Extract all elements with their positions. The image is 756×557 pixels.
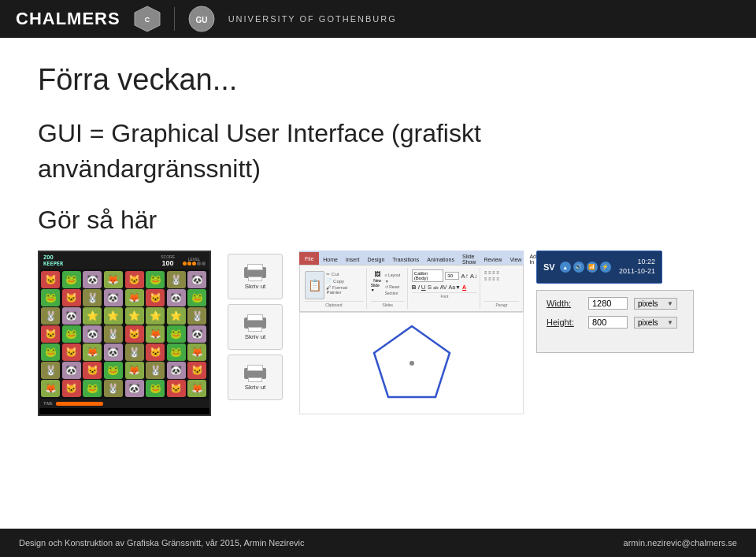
footer-right-text: armin.nezirevic@chalmers.se (624, 538, 737, 548)
char-spacing-button[interactable]: AV (440, 284, 447, 290)
resolution-dialog: Width: pixels ▼ Height: pixels ▼ (536, 290, 694, 353)
width-input[interactable] (588, 297, 628, 310)
chalmers-shield-icon: C (133, 5, 161, 33)
ribbon-paragraph-group: ≡ ≡ ≡ ≡ ≡ ≡ ≡ ≡ Paragr (482, 268, 521, 309)
print-label-3: Skriv ut (245, 384, 266, 391)
language-indicator: SV (543, 262, 555, 272)
layout-button[interactable]: ≡ Layout ▼ (385, 273, 405, 284)
text-shadow-button[interactable]: ab (433, 285, 439, 290)
height-label: Height: (547, 317, 582, 327)
slide-line1: GUI = Graphical User Interface (grafiskt (38, 119, 718, 148)
new-slide-button[interactable]: 🖼 New Slide ▼ (371, 271, 384, 292)
taskbar-icons: ▲ 🔊 📶 ⚡ (560, 262, 611, 273)
width-label: Width: (547, 299, 582, 308)
taskbar-icon-1: ▲ (560, 262, 571, 273)
ribbon-slides-group: 🖼 New Slide ▼ ≡ Layout ▼ ↺ Reset Section… (369, 268, 408, 309)
svg-point-5 (410, 361, 414, 366)
ribbon-tab-design[interactable]: Design (363, 254, 388, 265)
copy-button[interactable]: 📄 Copy (326, 278, 362, 284)
taskbar-time: 10:22 2011-10-21 (619, 258, 655, 276)
grow-font-button[interactable]: A↑ (461, 273, 468, 280)
font-color-button[interactable]: A (462, 284, 466, 290)
bold-button[interactable]: B (412, 284, 417, 291)
shrink-font-button[interactable]: A↓ (470, 273, 477, 280)
paragraph-label: Paragr (484, 301, 519, 307)
ribbon-font-group: Calibri (Body) 30 A↑ A↓ B I U S ab AV Aa… (410, 268, 480, 309)
clipboard-label: Clipboard (305, 301, 363, 307)
list-button[interactable]: ≡ ≡ ≡ ≡ (484, 269, 519, 276)
print-label-1: Skriv ut (245, 283, 266, 290)
print-label-2: Skriv ut (245, 333, 266, 340)
ribbon-tab-review[interactable]: Review (480, 254, 506, 265)
strikethrough-button[interactable]: S (428, 284, 432, 291)
reset-button[interactable]: ↺ Reset (385, 284, 405, 291)
main-content: Förra veckan... GUI = Graphical User Int… (0, 38, 756, 416)
ribbon-tab-home[interactable]: Home (319, 254, 342, 265)
change-case-button[interactable]: Aa▼ (449, 284, 461, 290)
height-input[interactable] (588, 316, 628, 329)
ribbon-tab-slideshow[interactable]: Slide Show (458, 254, 480, 265)
width-unit-select[interactable]: pixels ▼ (634, 298, 677, 310)
paste-icon[interactable]: 📋 (305, 271, 324, 299)
images-row: ZOO KEEPER SCORE 100 LEVEL (38, 251, 718, 416)
ribbon-tab-view[interactable]: View (506, 254, 525, 265)
svg-text:C: C (144, 16, 150, 24)
ribbon-tab-file[interactable]: File (299, 252, 319, 265)
font-size-select[interactable]: 30 (445, 272, 459, 280)
footer-left-text: Design och Konstruktion av Grafiska Grän… (19, 538, 305, 548)
chalmers-logo: CHALMERS (16, 9, 120, 29)
pentagon-drawing-area (299, 312, 524, 414)
svg-text:GU: GU (195, 16, 207, 24)
ribbon-tab-transitions[interactable]: Transitions (388, 254, 423, 265)
university-label: UNIVERSITY OF GOTHENBURG (228, 13, 397, 24)
ribbon-screenshot: File Home Insert Design Transitions Anim… (299, 251, 524, 416)
slide-line2: användargränssnitt) (38, 154, 718, 184)
height-unit-select[interactable]: pixels ▼ (634, 317, 677, 329)
font-family-select[interactable]: Calibri (Body) (412, 269, 443, 282)
format-painter-button[interactable]: 🖌 Format Painter (326, 285, 362, 295)
taskbar-icon-4: ⚡ (600, 262, 611, 273)
right-panel: SV ▲ 🔊 📶 ⚡ 10:22 2011-10-21 Width: (536, 251, 694, 353)
footer: Design och Konstruktion av Grafiska Grän… (0, 529, 756, 557)
print-button-2: Skriv ut (228, 304, 283, 350)
font-label: Font (412, 292, 477, 299)
gu-logo-icon: GU (187, 5, 216, 33)
ribbon-clipboard-group: 📋 ✂ Cut 📄 Copy 🖌 Format Painter Clipboar… (302, 268, 367, 309)
align-button[interactable]: ≡ ≡ ≡ ≡ (484, 276, 519, 282)
pentagon-svg (365, 320, 459, 407)
print-dialog-screenshot: Skriv ut Skriv ut Skriv ut (224, 251, 287, 416)
taskbar-icon-2: 🔊 (573, 262, 584, 273)
slide-title: Förra veckan... (38, 63, 718, 97)
slide-line3: Gör så här (38, 206, 718, 235)
taskbar-icon-3: 📶 (587, 262, 598, 273)
underline-button[interactable]: U (421, 284, 426, 291)
italic-button[interactable]: I (418, 284, 420, 291)
taskbar-screenshot: SV ▲ 🔊 📶 ⚡ 10:22 2011-10-21 (536, 251, 662, 284)
header: CHALMERS C GU UNIVERSITY OF GOTHENBURG (0, 0, 756, 38)
print-button-1: Skriv ut (228, 254, 283, 299)
slides-label: Slides (371, 301, 405, 307)
cut-button[interactable]: ✂ Cut (326, 271, 362, 277)
ribbon-tab-insert[interactable]: Insert (342, 254, 364, 265)
print-button-3: Skriv ut (228, 355, 283, 400)
header-divider (174, 7, 175, 31)
section-button[interactable]: Section (385, 291, 405, 297)
zookeeper-screenshot: ZOO KEEPER SCORE 100 LEVEL (38, 251, 211, 416)
ribbon-tab-animations[interactable]: Animations (423, 254, 458, 265)
